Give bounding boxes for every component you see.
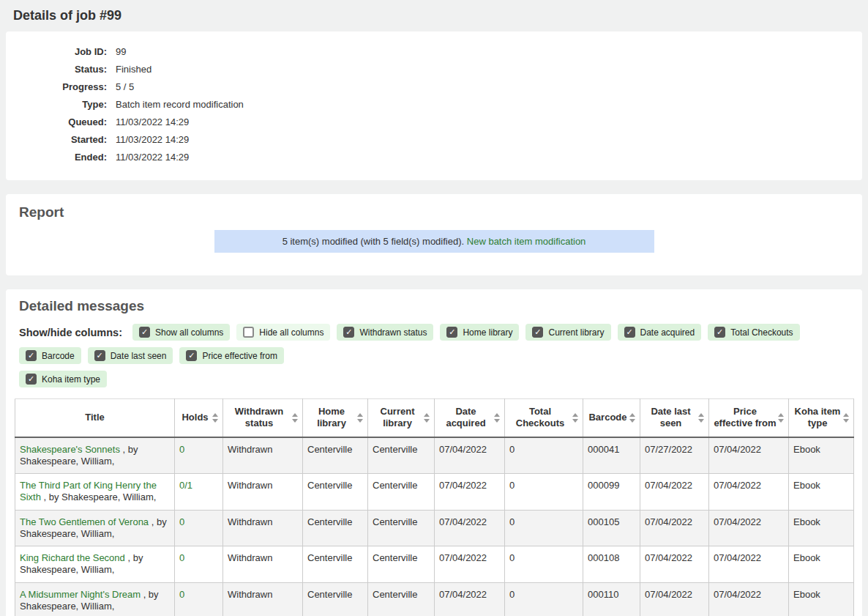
column-toggle[interactable]: ✓ Koha item type (19, 371, 107, 387)
holds-link[interactable]: 0/1 (179, 480, 192, 491)
job-detail-value: 11/03/2022 14:29 (116, 152, 189, 163)
job-detail-label: Status: (15, 64, 107, 75)
column-header[interactable]: Price effective from (709, 399, 789, 437)
table-row: Shakespeare's Sonnets , by Shakespeare, … (15, 437, 854, 474)
job-detail-label: Queued: (15, 117, 107, 127)
cell-title: Shakespeare's Sonnets , by Shakespeare, … (15, 437, 175, 474)
column-header[interactable]: Withdrawn status (223, 399, 303, 437)
column-toggle-label: Show all columns (155, 327, 223, 338)
cell-withdrawn-status: Withdrawn (223, 437, 303, 474)
column-toggle[interactable]: ✓ Date last seen (88, 347, 173, 364)
column-header[interactable]: Current library (368, 399, 435, 437)
title-author-text: , by Shakespeare, William, (41, 491, 157, 502)
column-header[interactable]: Date last seen (640, 399, 709, 437)
column-toggle[interactable]: ✓ Show all columns (132, 324, 230, 341)
sort-icon (698, 413, 705, 423)
cell-price-effective-from: 07/04/2022 (709, 474, 789, 511)
new-batch-item-modification-link[interactable]: New batch item modification (467, 236, 586, 247)
column-toggle[interactable]: ✓ Barcode (19, 347, 81, 364)
job-detail-label: Progress: (15, 82, 107, 92)
title-link[interactable]: Shakespeare's Sonnets (20, 444, 120, 455)
job-detail-value: 11/03/2022 14:29 (116, 135, 189, 145)
table-header-row: Title Holds Withdrawn status Home librar… (15, 399, 854, 437)
sort-icon (357, 413, 364, 423)
job-detail-row: Started: 11/03/2022 14:29 (15, 135, 853, 145)
column-toggle[interactable]: ✓ Current library (525, 324, 610, 341)
cell-current-library: Centerville (368, 582, 435, 616)
cell-withdrawn-status: Withdrawn (223, 582, 303, 616)
showhide-columns-label: Show/hide columns: (19, 327, 122, 338)
cell-date-last-seen: 07/04/2022 (640, 582, 709, 616)
cell-koha-item-type: Ebook (789, 582, 854, 616)
holds-link[interactable]: 0 (179, 516, 184, 527)
holds-link[interactable]: 0 (179, 589, 184, 600)
job-detail-label: Started: (15, 135, 107, 145)
checkbox-icon: ✓ (446, 327, 457, 338)
table-row: A Midsummer Night's Dream , by Shakespea… (15, 582, 854, 616)
sort-icon (629, 413, 636, 423)
job-detail-row: Status: Finished (15, 64, 853, 75)
cell-total-checkouts: 0 (505, 437, 583, 474)
table-row: King Richard the Second , by Shakespeare… (15, 546, 854, 583)
column-header-label: Date last seen (651, 406, 690, 428)
column-header-label: Title (85, 412, 105, 423)
column-header[interactable]: Home library (303, 399, 368, 437)
job-detail-label: Ended: (15, 152, 107, 163)
column-header-label: Barcode (588, 412, 626, 423)
title-link[interactable]: A Midsummer Night's Dream (20, 589, 141, 600)
column-header-label: Price effective from (714, 406, 776, 428)
column-header-label: Withdrawn status (235, 406, 283, 428)
table-header: Title Holds Withdrawn status Home librar… (15, 399, 854, 437)
report-heading: Report (19, 204, 853, 220)
column-toggle[interactable]: ✓ Home library (440, 324, 519, 341)
report-message-box: 5 item(s) modified (with 5 field(s) modi… (214, 230, 654, 253)
table-body: Shakespeare's Sonnets , by Shakespeare, … (15, 437, 854, 616)
column-toggle[interactable]: ✓ Total Checkouts (708, 324, 799, 341)
column-toggle[interactable]: ✓ Date acquired (618, 324, 702, 341)
cell-current-library: Centerville (368, 510, 435, 546)
job-detail-row: Ended: 11/03/2022 14:29 (15, 152, 853, 163)
column-toggle[interactable]: ✓ Withdrawn status (337, 324, 433, 341)
job-detail-row: Queued: 11/03/2022 14:29 (15, 117, 853, 127)
column-toggle-label: Date acquired (640, 327, 695, 338)
cell-withdrawn-status: Withdrawn (223, 510, 303, 546)
checkbox-icon: ✓ (624, 327, 635, 338)
column-header[interactable]: Barcode (583, 399, 640, 437)
cell-home-library: Centerville (303, 582, 368, 616)
column-visibility-controls: Show/hide columns: ✓ Show all columns Hi… (19, 324, 853, 387)
column-header[interactable]: Date acquired (435, 399, 505, 437)
page-title: Details of job #99 (13, 8, 855, 23)
cell-koha-item-type: Ebook (789, 437, 854, 474)
holds-link[interactable]: 0 (179, 444, 184, 455)
column-header[interactable]: Holds (175, 399, 223, 437)
column-header[interactable]: Koha item type (789, 399, 854, 437)
cell-holds: 0 (175, 546, 223, 583)
column-header-label: Total Checkouts (516, 406, 564, 428)
column-toggles-row-1: Show/hide columns: ✓ Show all columns Hi… (19, 324, 853, 364)
checkbox-icon: ✓ (139, 327, 150, 338)
holds-link[interactable]: 0 (179, 552, 184, 563)
cell-barcode: 000099 (583, 474, 640, 511)
cell-home-library: Centerville (303, 546, 368, 583)
column-toggle[interactable]: ✓ Price effective from (179, 347, 283, 364)
sort-icon (778, 413, 785, 423)
column-toggle-label: Koha item type (42, 374, 100, 385)
column-toggles-row-2: ✓ Koha item type (19, 371, 853, 387)
report-message-text: 5 item(s) modified (with 5 field(s) modi… (283, 236, 465, 247)
column-toggle-label: Current library (548, 327, 604, 338)
cell-home-library: Centerville (303, 510, 368, 546)
title-link[interactable]: King Richard the Second (20, 552, 125, 563)
cell-withdrawn-status: Withdrawn (223, 546, 303, 583)
cell-title: The Two Gentlemen of Verona , by Shakesp… (15, 510, 175, 546)
column-toggle[interactable]: Hide all columns (236, 324, 330, 341)
cell-barcode: 000041 (583, 437, 640, 474)
job-details-list: Job ID: 99 Status: Finished Progress: 5 … (15, 47, 853, 163)
column-header[interactable]: Total Checkouts (505, 399, 583, 437)
cell-current-library: Centerville (368, 546, 435, 583)
cell-date-last-seen: 07/04/2022 (640, 546, 709, 583)
checkbox-icon: ✓ (343, 327, 354, 338)
job-detail-label: Type: (15, 100, 107, 110)
cell-current-library: Centerville (368, 437, 435, 474)
title-link[interactable]: The Two Gentlemen of Verona (20, 516, 149, 527)
cell-holds: 0/1 (175, 474, 223, 511)
